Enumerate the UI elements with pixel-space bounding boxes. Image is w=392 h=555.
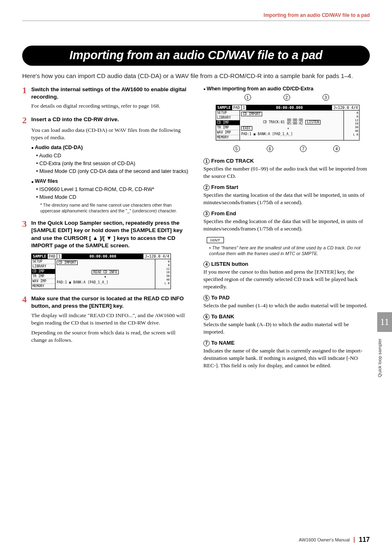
menu-item: SETUP xyxy=(216,111,240,115)
item-number: 3 xyxy=(203,211,210,217)
chapter-title: Quick loop sampler xyxy=(377,339,392,377)
listen-button: LISTEN xyxy=(305,120,321,124)
item-title: LISTEN button xyxy=(211,261,248,267)
sub-list: ISO9660 Level 1 format CD-ROM, CD-R, CD-… xyxy=(36,186,189,201)
page-number: 117 xyxy=(359,536,370,543)
sub-list: Audio CD CD-Extra (only the first sessio… xyxy=(36,152,189,175)
screen-tempo: J=120.0 4/4 xyxy=(143,254,171,259)
screen-pad-num: 1 xyxy=(57,254,62,259)
manual-title: AW1600 Owner's Manual xyxy=(299,537,350,542)
divider xyxy=(354,537,355,543)
callout-row-top: 1 2 3 xyxy=(228,94,345,101)
meter-mark: 30 xyxy=(156,274,170,278)
item-number: 4 xyxy=(203,261,210,267)
meter-mark: 18 xyxy=(156,271,170,274)
item-body: Specifies the starting location of the d… xyxy=(203,191,370,206)
meter-mark: 6 xyxy=(156,264,170,267)
item-title: From CD TRACK xyxy=(211,158,254,164)
intro-text: Here's how you can import CD audio data … xyxy=(22,71,370,80)
menu-item: TR IMP xyxy=(32,274,55,279)
meter-mark: 0 xyxy=(345,111,358,115)
meter-mark: 6 xyxy=(345,115,358,119)
step-body: You can load audio data (CD-DA) or WAV f… xyxy=(31,127,189,141)
list-item: Audio CD xyxy=(36,152,189,160)
exec-button: EXEC xyxy=(241,126,252,131)
item-body: Selects the pad number (1–4) to which th… xyxy=(203,302,370,309)
bullet-heading: When importing from an audio CD/CD-Extra xyxy=(203,86,370,92)
meter-mark: 12 xyxy=(345,119,358,122)
step-number: 2 xyxy=(22,116,29,125)
meter-mark: 30 xyxy=(345,126,358,129)
item-number: 6 xyxy=(203,314,210,320)
list-item: CD-Extra (only the first session of CD-D… xyxy=(36,160,189,168)
item-title: From Start xyxy=(211,184,238,190)
hint-body: The "frames" here are the smallest unit … xyxy=(209,245,370,257)
right-column: When importing from an audio CD/CD-Extra… xyxy=(203,86,370,373)
bullet-heading: WAV files xyxy=(31,178,189,184)
menu-item: MEMORY xyxy=(32,284,55,289)
page-footer: AW1600 Owner's Manual 117 xyxy=(299,536,370,543)
step-body: Depending on the source from which data … xyxy=(31,329,189,344)
meter-mark: 48 xyxy=(156,278,170,282)
screen-time: 00:00:00.000 xyxy=(62,254,143,259)
screen-pad-label: PAD xyxy=(232,105,242,110)
step-body: The display will indicate "READ CD INFO.… xyxy=(31,312,189,327)
item-body: Indicates the name of the sample that is… xyxy=(203,347,370,369)
screen-pad-num: 1 xyxy=(242,105,247,110)
step-number: 4 xyxy=(22,295,29,304)
item-number: 1 xyxy=(203,158,210,164)
screen-title: SAMPLE xyxy=(32,254,48,259)
cd-import-label: CD IMPORT xyxy=(57,260,78,265)
item-body: Specifies the ending location of the dat… xyxy=(203,218,370,233)
meter-mark: 18 xyxy=(345,122,358,126)
step-body: For details on digital recording setting… xyxy=(31,102,189,110)
menu-item: CD IMP xyxy=(216,120,240,125)
meter-mark: L R xyxy=(156,282,170,286)
level-meter: 0 6 12 18 30 48 L R xyxy=(344,111,359,140)
menu-item: TR IMP xyxy=(216,125,240,130)
menu-item: LIBRARY xyxy=(32,264,55,269)
item-number: 7 xyxy=(203,340,210,346)
cd-import-label: CD IMPORT xyxy=(241,112,262,116)
item-body: Selects the sample bank (A–D) to which t… xyxy=(203,321,370,336)
item-title: To BANK xyxy=(211,313,234,320)
cd-track-label: CD TRACK:01 xyxy=(263,120,285,124)
screen-time: 00:00:00.000 xyxy=(247,105,332,110)
item-title: From End xyxy=(211,210,236,216)
footnote: * The directory name and file name canno… xyxy=(40,202,189,214)
item-number: 2 xyxy=(203,184,210,191)
running-header: Importing from an audio CD/WAV file to a… xyxy=(22,12,370,21)
meter-mark: 12 xyxy=(156,267,170,271)
menu-item: MEMORY xyxy=(216,135,240,140)
screen-pad-label: PAD xyxy=(48,254,57,259)
meter-mark: 0 xyxy=(156,260,170,264)
step-heading: Switch the internal settings of the AW16… xyxy=(31,86,189,101)
page-title: Importing from an audio CD/WAV file to a… xyxy=(22,46,370,66)
lcd-screen-figure: SAMPLE PAD 1 00:00:00.000 J=120.0 4/4 SE… xyxy=(216,105,360,140)
meter-mark: L R xyxy=(345,133,358,137)
chapter-number: 11 xyxy=(377,312,392,332)
callout-row-bottom: 5 6 7 4 xyxy=(220,145,353,152)
meter-mark: 48 xyxy=(345,129,358,133)
callout-circle: 2 xyxy=(284,94,290,101)
step-number: 3 xyxy=(22,219,29,228)
callout-circle: 1 xyxy=(244,94,251,101)
screen-foot-label: PAD:1 ▣ BANK:A [PAD_1_A_] xyxy=(57,281,154,284)
callout-circle: 5 xyxy=(233,145,240,152)
list-item: Mixed Mode CD (only CD-DA data of the se… xyxy=(36,168,189,175)
menu-item: WAV IMP xyxy=(32,279,55,284)
menu-item: LIBRARY xyxy=(216,115,240,120)
hint-box: HINT The "frames" here are the smallest … xyxy=(207,237,370,257)
callout-circle: 3 xyxy=(323,94,329,101)
callout-circle: 6 xyxy=(267,145,273,152)
read-cd-info-button: READ CD INFO xyxy=(92,270,119,274)
callout-circle: 7 xyxy=(300,145,307,152)
screen-title: SAMPLE xyxy=(216,105,232,110)
item-body: Specifies the number (01–99) of the audi… xyxy=(203,165,370,180)
time-end: 05:00:42 xyxy=(287,122,303,125)
bullet-heading: Audio data (CD-DA) xyxy=(31,145,189,150)
screen-menu: SETUP LIBRARY CD IMP TR IMP WAV IMP MEMO… xyxy=(216,111,240,140)
item-number: 5 xyxy=(203,295,210,301)
step-number: 1 xyxy=(22,86,29,95)
item-title: To PAD xyxy=(211,295,230,301)
